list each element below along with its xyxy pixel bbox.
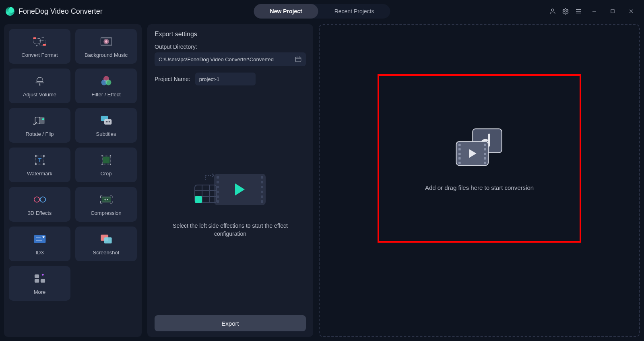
tool-label: Screenshot (93, 250, 120, 256)
rotate-flip-icon (33, 114, 47, 127)
svg-rect-58 (295, 57, 301, 62)
app-brand: FoneDog Video Converter (6, 7, 103, 16)
tool-background-music[interactable]: Background Music (75, 29, 137, 64)
output-directory-label: Output Directory: (151, 41, 309, 52)
project-name-label: Project Name: (155, 76, 190, 82)
svg-rect-11 (33, 37, 36, 39)
effect-config-illustration-icon (190, 164, 270, 212)
svg-rect-83 (458, 143, 461, 146)
file-dropzone[interactable]: Add or drag files here to start conversi… (319, 24, 640, 337)
tab-new-project[interactable]: New Project (254, 4, 318, 19)
output-directory-value: C:\Users\pc\FoneDog Video Converter\Conv… (159, 56, 291, 62)
watermark-icon: T (33, 154, 47, 166)
svg-rect-71 (261, 186, 263, 188)
tool-compression[interactable]: Compression (75, 187, 137, 222)
svg-rect-70 (261, 181, 263, 183)
svg-point-26 (42, 118, 44, 120)
svg-rect-38 (103, 156, 109, 163)
tool-filter-effect[interactable]: Filter / Effect (75, 69, 137, 103)
filter-effect-icon (99, 75, 114, 87)
svg-rect-88 (484, 143, 486, 146)
tool-watermark[interactable]: T Watermark (9, 148, 70, 182)
svg-rect-56 (40, 279, 45, 282)
export-button[interactable]: Export (155, 315, 306, 331)
tool-rotate-flip[interactable]: Rotate / Flip (9, 108, 70, 143)
svg-rect-33 (35, 155, 36, 156)
tool-label: Watermark (27, 170, 52, 177)
tool-label: Rotate / Flip (25, 131, 54, 137)
svg-rect-24 (35, 117, 40, 124)
svg-rect-50 (34, 235, 45, 243)
tool-id3[interactable]: ID3 (9, 227, 70, 261)
tool-label: ID3 (35, 250, 43, 256)
browse-folder-icon[interactable] (295, 56, 302, 63)
svg-rect-25 (40, 117, 45, 124)
svg-point-29 (105, 121, 107, 123)
svg-rect-48 (101, 196, 111, 197)
tool-screenshot[interactable]: Screenshot (75, 227, 137, 261)
tab-recent-projects[interactable]: Recent Projects (318, 4, 390, 19)
svg-rect-55 (34, 274, 39, 278)
account-icon[interactable] (549, 8, 556, 15)
project-name-row: Project Name: (155, 73, 306, 85)
output-directory-field[interactable]: C:\Users\pc\FoneDog Video Converter\Conv… (155, 52, 306, 66)
export-settings-panel: Export settings Output Directory: C:\Use… (147, 24, 313, 337)
tool-convert-format[interactable]: Convert Format (9, 29, 70, 64)
tool-label: Background Music (85, 52, 128, 58)
tool-crop[interactable]: Crop (75, 148, 137, 182)
view-tabs: New Project Recent Projects (254, 4, 390, 19)
effect-config-hint: Select the left side effections to start… (168, 222, 293, 238)
svg-rect-73 (261, 195, 263, 198)
tools-sidebar: Convert Format Background Music Adjust V… (4, 24, 142, 337)
effect-config-placeholder: Select the left side effections to start… (151, 89, 309, 313)
svg-rect-91 (484, 157, 486, 160)
settings-icon[interactable] (562, 8, 569, 15)
titlebar: FoneDog Video Converter New Project Rece… (0, 0, 644, 23)
svg-rect-87 (458, 162, 461, 164)
dropzone-text: Add or drag files here to start conversi… (425, 184, 534, 191)
3d-effects-icon (33, 193, 47, 206)
svg-rect-89 (484, 148, 486, 150)
svg-rect-92 (484, 162, 486, 164)
menu-icon[interactable] (575, 8, 582, 15)
tool-label: Adjust Volume (23, 91, 56, 98)
svg-rect-64 (217, 181, 219, 183)
svg-rect-74 (261, 200, 263, 203)
tool-subtitles[interactable]: Subtitles (75, 108, 137, 143)
svg-rect-35 (35, 163, 36, 164)
svg-rect-42 (101, 164, 103, 165)
close-icon[interactable] (625, 5, 638, 18)
compression-icon (99, 193, 114, 206)
svg-rect-84 (458, 148, 461, 150)
export-settings-title: Export settings (155, 31, 306, 38)
svg-point-20 (39, 84, 40, 85)
svg-point-23 (105, 79, 111, 85)
app-logo-icon (6, 7, 14, 16)
svg-rect-41 (110, 155, 111, 156)
svg-rect-6 (611, 10, 614, 13)
svg-point-0 (551, 9, 554, 11)
minimize-icon[interactable] (588, 5, 601, 18)
project-name-input[interactable] (195, 73, 256, 85)
tool-adjust-volume[interactable]: Adjust Volume (9, 69, 70, 103)
more-icon (33, 272, 47, 285)
dropzone-highlight: Add or drag files here to start conversi… (378, 74, 581, 243)
svg-rect-15 (101, 44, 111, 46)
svg-rect-36 (43, 163, 44, 164)
svg-rect-40 (101, 155, 103, 156)
tool-3d-effects[interactable]: 3D Effects (9, 187, 70, 222)
subtitles-icon (99, 114, 114, 127)
svg-rect-49 (101, 201, 111, 202)
background-music-icon (99, 35, 114, 48)
maximize-icon[interactable] (606, 5, 619, 18)
svg-text:T: T (38, 157, 41, 163)
svg-rect-69 (261, 176, 263, 179)
svg-rect-14 (101, 37, 111, 38)
svg-rect-57 (34, 279, 39, 282)
svg-rect-85 (458, 152, 461, 155)
svg-point-44 (34, 197, 39, 202)
convert-format-icon (33, 35, 47, 48)
tool-more[interactable]: More (9, 266, 70, 301)
svg-rect-90 (484, 152, 486, 155)
svg-rect-34 (43, 155, 44, 156)
